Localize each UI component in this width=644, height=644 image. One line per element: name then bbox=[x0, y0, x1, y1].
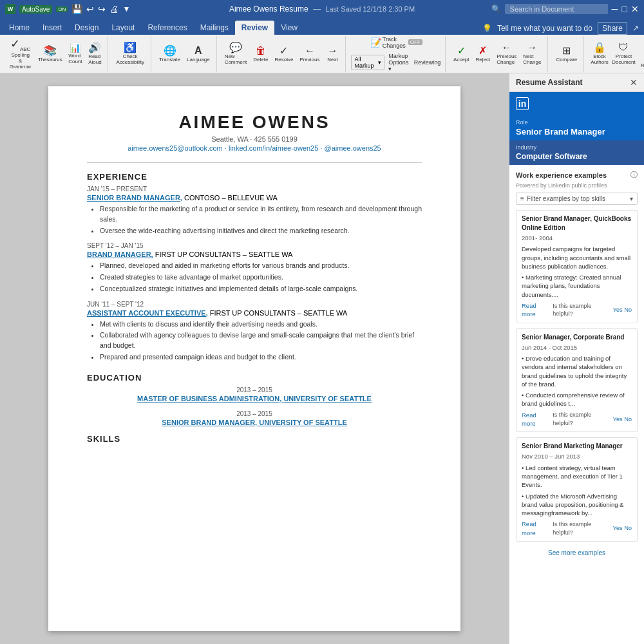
translate-button[interactable]: 🌐 Translate bbox=[156, 44, 183, 64]
see-more-button[interactable]: See more examples bbox=[516, 547, 638, 559]
spelling-icon: ✓ABC bbox=[10, 38, 30, 52]
job2-company: FIRST UP CONSULTANTS – SEATTLE WA bbox=[155, 251, 293, 258]
example2-yes-button[interactable]: Yes bbox=[613, 415, 623, 424]
example3-date: Nov 2010 – Jun 2013 bbox=[522, 452, 632, 460]
example2-text: • Drove education and training of vendor… bbox=[522, 354, 632, 388]
block-authors-button[interactable]: 🔒 BlockAuthors bbox=[589, 41, 610, 66]
filter-row[interactable]: ≡ Filter examples by top skills ▾ bbox=[516, 193, 638, 205]
job1-bullet1: Responsible for the marketing of a produ… bbox=[100, 204, 422, 225]
job2-bullet2: Created strategies to take advantage of … bbox=[100, 272, 422, 283]
job2-bullet1: Planned, developed and aided in marketin… bbox=[100, 261, 422, 271]
example1-read-more[interactable]: Read more bbox=[522, 301, 551, 319]
minimize-icon[interactable]: ─ bbox=[612, 4, 618, 14]
ribbon-group-comments: 💬 NewComment 🗑 Delete ✓ Resolve ← Previo… bbox=[218, 36, 346, 72]
word-count-button[interactable]: 📊 WordCount bbox=[66, 42, 84, 66]
resume-links: aimee.owens25@outlook.com · linked.com/i… bbox=[87, 144, 422, 152]
tab-home[interactable]: Home bbox=[3, 21, 36, 35]
tab-view[interactable]: View bbox=[274, 21, 304, 35]
markup-dropdown[interactable]: All Markup ▾ bbox=[351, 55, 384, 70]
job3-bullet3: Prepared and presented campaign ideas an… bbox=[100, 352, 422, 363]
example1-no-button[interactable]: No bbox=[624, 306, 632, 314]
example3-bullet: • Updated the Microsoft Advertising bran… bbox=[522, 492, 632, 518]
next-change-button[interactable]: → NextChange bbox=[520, 41, 544, 66]
edu1-degree: MASTER OF BUSINESS ADMINISTRATION, UNIVE… bbox=[87, 395, 422, 402]
new-comment-icon: 💬 bbox=[229, 43, 242, 53]
title-bar: W AutoSave ON 💾 ↩ ↪ 🖨 ▼ Aimee Owens Resu… bbox=[0, 0, 644, 18]
industry-value: Computer Software bbox=[516, 152, 638, 161]
example1-date: 2001- 2004 bbox=[522, 234, 632, 242]
word-icon: W bbox=[5, 4, 15, 14]
example3-read-more[interactable]: Read more bbox=[522, 520, 551, 537]
compare-button[interactable]: ⊞ Compare bbox=[553, 44, 580, 64]
tab-layout[interactable]: Layout bbox=[105, 21, 141, 35]
document-area[interactable]: AIMEE OWENS Seattle, WA · 425 555 0199 a… bbox=[0, 73, 509, 644]
delete-comment-button[interactable]: 🗑 Delete bbox=[251, 44, 270, 64]
tell-me-text[interactable]: Tell me what you want to do bbox=[497, 24, 592, 33]
new-comment-button[interactable]: 💬 NewComment bbox=[222, 41, 250, 66]
tab-review[interactable]: Review bbox=[235, 21, 274, 35]
autosave-state[interactable]: ON bbox=[56, 6, 68, 12]
panel-role-section: Role Senior Brand Manager bbox=[509, 115, 644, 140]
tab-insert[interactable]: Insert bbox=[36, 21, 68, 35]
tab-references[interactable]: References bbox=[141, 21, 193, 35]
previous-comment-button[interactable]: ← Previous bbox=[297, 44, 322, 64]
job1-title-highlight: SENIOR BRAND MANAGER, bbox=[87, 194, 182, 202]
close-icon[interactable]: ✕ bbox=[631, 4, 639, 14]
accept-icon: ✓ bbox=[457, 46, 466, 56]
next-comment-button[interactable]: → Next bbox=[323, 44, 341, 64]
spelling-grammar-button[interactable]: ✓ABC Spelling &Grammar bbox=[6, 37, 34, 71]
job3-bullet1: Met with clients to discuss and identify… bbox=[100, 319, 422, 330]
job3-bullet2: Collaborated with agency colleagues to d… bbox=[100, 330, 422, 351]
check-accessibility-button[interactable]: ♿ CheckAccessibility bbox=[113, 41, 147, 66]
readonly-label: Always OpenRead-Only bbox=[640, 51, 644, 68]
skills-section-title: SKILLS bbox=[87, 434, 422, 444]
tab-design[interactable]: Design bbox=[68, 21, 105, 35]
example2-read-more[interactable]: Read more bbox=[522, 411, 551, 428]
read-aloud-button[interactable]: 🔊 ReadAloud bbox=[86, 41, 104, 66]
maximize-icon[interactable]: □ bbox=[622, 4, 627, 14]
tab-mailings[interactable]: Mailings bbox=[194, 21, 235, 35]
example2-date: Jun 2014 - Oct 2015 bbox=[522, 343, 632, 352]
example1-bullet: • Marketing strategy: Created annual mar… bbox=[522, 273, 632, 299]
previous-change-button[interactable]: ← PreviousChange bbox=[494, 41, 519, 66]
toolbar-save-icon[interactable]: 💾 bbox=[71, 4, 82, 14]
toolbar-undo-icon[interactable]: ↩ bbox=[86, 4, 94, 14]
example2-no-button[interactable]: No bbox=[624, 415, 632, 424]
previous-change-icon: ← bbox=[502, 43, 512, 53]
job1-company: CONTOSO – BELLEVUE WA bbox=[184, 194, 278, 202]
autosave-label: AutoSave bbox=[19, 5, 52, 14]
track-changes-button[interactable]: 📝 Track Changes OFF bbox=[368, 35, 425, 50]
panel-close-button[interactable]: ✕ bbox=[630, 77, 638, 88]
always-open-readonly-button[interactable]: 📂 Always OpenRead-Only bbox=[638, 39, 644, 70]
next-change-label: NextChange bbox=[523, 53, 541, 65]
ribbon-group-changes: ✓ Accept ✗ Reject ← PreviousChange → Nex… bbox=[447, 36, 548, 72]
powered-by-text: Powered by LinkedIn public profiles bbox=[516, 182, 638, 189]
example3-yes-button[interactable]: Yes bbox=[613, 524, 623, 533]
example3-no-button[interactable]: No bbox=[624, 524, 632, 533]
delete-comment-label: Delete bbox=[253, 57, 268, 62]
accept-button[interactable]: ✓ Accept bbox=[451, 44, 471, 64]
example1-yes-button[interactable]: Yes bbox=[613, 306, 623, 314]
protect-document-button[interactable]: 🛡 ProtectDocument bbox=[611, 41, 636, 66]
reviewing-button[interactable]: Reviewing bbox=[413, 58, 441, 67]
next-comment-label: Next bbox=[327, 57, 337, 62]
thesaurus-button[interactable]: 📚 Thesaurus bbox=[35, 44, 64, 64]
previous-comment-label: Previous bbox=[299, 57, 319, 62]
example3-text: • Led content strategy, virtual team man… bbox=[522, 464, 632, 489]
toolbar-print-icon[interactable]: 🖨 bbox=[109, 4, 118, 14]
search-input[interactable] bbox=[505, 4, 608, 14]
info-icon: ⓘ bbox=[630, 170, 638, 180]
resolve-button[interactable]: ✓ Resolve bbox=[272, 44, 296, 64]
next-change-icon: → bbox=[527, 43, 537, 53]
job3-title-highlight: ASSISTANT ACCOUNT EXECUTIVE, bbox=[87, 309, 208, 317]
share-button[interactable]: Share bbox=[598, 22, 627, 35]
markup-options-button[interactable]: MarkupOptions ▾ bbox=[386, 52, 412, 73]
next-comment-icon: → bbox=[327, 46, 337, 56]
toolbar-redo-icon[interactable]: ↪ bbox=[98, 4, 106, 14]
language-button[interactable]: A Language bbox=[184, 44, 213, 64]
reject-button[interactable]: ✗ Reject bbox=[473, 44, 493, 64]
accept-label: Accept bbox=[453, 57, 469, 62]
previous-comment-icon: ← bbox=[305, 46, 315, 56]
toolbar-more-icon[interactable]: ▼ bbox=[122, 5, 130, 14]
protect-buttons: 🔒 BlockAuthors 🛡 ProtectDocument 📂 Alway… bbox=[589, 39, 644, 70]
